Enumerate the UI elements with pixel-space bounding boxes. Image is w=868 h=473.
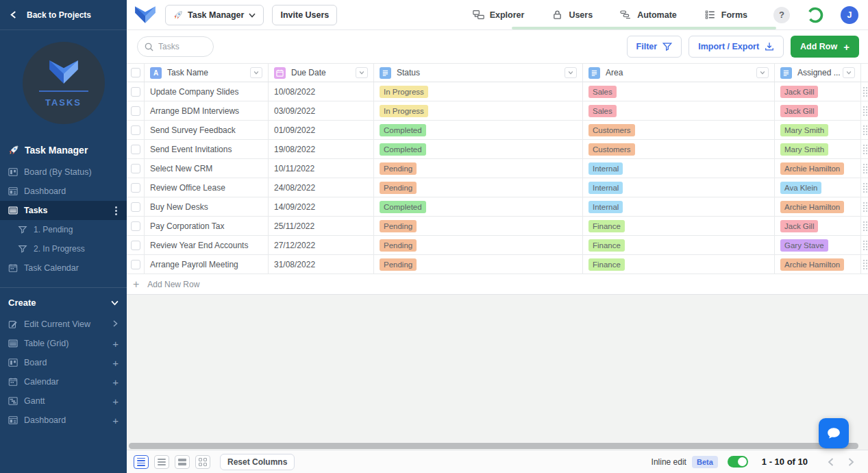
status-chip[interactable]: Completed xyxy=(380,201,426,213)
table-row[interactable]: Select New CRM 10/11/2022 Pending Intern… xyxy=(127,159,868,178)
help-button[interactable]: ? xyxy=(773,7,790,23)
area-cell[interactable]: Finance xyxy=(583,255,775,274)
area-cell[interactable]: Customers xyxy=(583,140,775,158)
area-chip[interactable]: Finance xyxy=(588,220,625,232)
status-cell[interactable]: In Progress xyxy=(374,82,583,101)
row-checkbox[interactable] xyxy=(131,145,140,154)
column-header-assigned[interactable]: Assigned ... xyxy=(775,64,861,82)
row-checkbox[interactable] xyxy=(131,164,140,173)
stack-switcher-button[interactable]: Task Manager xyxy=(165,5,264,25)
area-cell[interactable]: Finance xyxy=(583,217,775,235)
table-row[interactable]: Pay Corporation Tax 25/11/2022 Pending F… xyxy=(127,217,868,236)
table-row[interactable]: Review Office Lease 24/08/2022 Pending I… xyxy=(127,178,868,197)
assigned-cell[interactable]: Mary Smith xyxy=(775,140,861,158)
due-date-cell[interactable]: 10/08/2022 xyxy=(269,82,374,101)
assigned-cell[interactable]: Jack Gill xyxy=(775,101,861,120)
header-select-all[interactable] xyxy=(127,64,145,82)
nav-users[interactable]: Users xyxy=(551,10,593,20)
row-checkbox[interactable] xyxy=(131,260,140,269)
assigned-chip[interactable]: Jack Gill xyxy=(780,86,818,98)
status-chip[interactable]: Completed xyxy=(380,124,426,136)
assigned-chip[interactable]: Mary Smith xyxy=(780,143,828,156)
nav-forms[interactable]: Forms xyxy=(704,10,747,20)
row-height-tall-button[interactable] xyxy=(175,455,190,469)
status-cell[interactable]: In Progress xyxy=(374,101,583,120)
previous-page-button[interactable] xyxy=(823,454,838,470)
assigned-cell[interactable]: Jack Gill xyxy=(775,82,861,101)
assigned-cell[interactable]: Jack Gill xyxy=(775,217,861,235)
status-chip[interactable]: Pending xyxy=(380,220,417,232)
column-menu-button[interactable] xyxy=(756,67,769,78)
table-row[interactable]: Buy New Desks 14/09/2022 Completed Inter… xyxy=(127,197,868,217)
status-cell[interactable]: Completed xyxy=(374,197,583,216)
create-gantt[interactable]: Gantt + xyxy=(0,391,127,411)
sidebar-view-tasks[interactable]: Tasks xyxy=(0,201,127,220)
task-name-cell[interactable]: Review Year End Accounts xyxy=(145,236,269,254)
column-header-task-name[interactable]: A Task Name xyxy=(145,64,269,82)
table-row[interactable]: Send Survey Feedback 01/09/2022 Complete… xyxy=(127,121,868,140)
task-name-cell[interactable]: Pay Corporation Tax xyxy=(145,217,269,235)
onboarding-progress-ring[interactable] xyxy=(806,6,824,24)
area-chip[interactable]: Finance xyxy=(588,239,625,252)
inline-edit-toggle[interactable] xyxy=(728,456,748,468)
task-name-cell[interactable]: Update Company Slides xyxy=(145,82,269,101)
assigned-cell[interactable]: Archie Hamilton xyxy=(775,197,861,216)
task-name-cell[interactable]: Arrange Payroll Meeting xyxy=(145,255,269,274)
column-menu-button[interactable] xyxy=(356,67,368,78)
assigned-chip[interactable]: Jack Gill xyxy=(780,105,818,117)
assigned-chip[interactable]: Gary Stave xyxy=(780,239,828,252)
due-date-cell[interactable]: 24/08/2022 xyxy=(269,178,374,197)
back-to-projects-button[interactable]: Back to Projects xyxy=(0,0,127,30)
due-date-cell[interactable]: 19/08/2022 xyxy=(269,140,374,158)
due-date-cell[interactable]: 25/11/2022 xyxy=(269,217,374,235)
assigned-cell[interactable]: Archie Hamilton xyxy=(775,159,861,178)
table-row[interactable]: Review Year End Accounts 27/12/2022 Pend… xyxy=(127,236,868,255)
column-menu-button[interactable] xyxy=(250,67,262,78)
chat-support-button[interactable] xyxy=(819,418,849,448)
due-date-cell[interactable]: 31/08/2022 xyxy=(269,255,374,274)
row-height-short-button[interactable] xyxy=(134,455,149,469)
assigned-chip[interactable]: Archie Hamilton xyxy=(780,201,844,213)
create-section-header[interactable]: Create xyxy=(0,288,127,315)
task-name-cell[interactable]: Buy New Desks xyxy=(145,197,269,216)
sidebar-view-board-by-status[interactable]: Board (By Status) xyxy=(0,162,127,182)
status-cell[interactable]: Pending xyxy=(374,159,583,178)
plus-icon[interactable]: + xyxy=(112,338,119,350)
assigned-chip[interactable]: Mary Smith xyxy=(780,124,828,136)
column-header-due-date[interactable]: Due Date xyxy=(269,64,374,82)
table-row[interactable]: Update Company Slides 10/08/2022 In Prog… xyxy=(127,82,868,101)
area-chip[interactable]: Customers xyxy=(588,124,635,136)
status-chip[interactable]: Pending xyxy=(380,258,417,271)
assigned-cell[interactable]: Archie Hamilton xyxy=(775,255,861,274)
search-box[interactable] xyxy=(137,36,214,57)
task-name-cell[interactable]: Send Event Invitations xyxy=(145,140,269,158)
area-chip[interactable]: Internal xyxy=(588,201,623,213)
assigned-chip[interactable]: Ava Klein xyxy=(780,182,821,194)
assigned-cell[interactable]: Mary Smith xyxy=(775,121,861,139)
column-menu-button[interactable] xyxy=(565,67,577,78)
invite-users-button[interactable]: Invite Users xyxy=(272,5,337,25)
sidebar-view-task-calendar[interactable]: Task Calendar xyxy=(0,258,127,278)
scrollbar-thumb[interactable] xyxy=(129,443,858,449)
column-header-status[interactable]: Status xyxy=(374,64,583,82)
due-date-cell[interactable]: 14/09/2022 xyxy=(269,197,374,216)
table-row[interactable]: Send Event Invitations 19/08/2022 Comple… xyxy=(127,140,868,159)
assigned-chip[interactable]: Jack Gill xyxy=(780,220,818,232)
row-checkbox[interactable] xyxy=(131,183,140,193)
plus-icon[interactable]: + xyxy=(112,376,119,388)
area-chip[interactable]: Internal xyxy=(588,162,623,175)
plus-icon[interactable]: + xyxy=(112,357,119,369)
area-chip[interactable]: Finance xyxy=(588,258,625,271)
due-date-cell[interactable]: 27/12/2022 xyxy=(269,236,374,254)
due-date-cell[interactable]: 10/11/2022 xyxy=(269,159,374,178)
nav-automate[interactable]: Automate xyxy=(620,10,677,20)
task-name-cell[interactable]: Review Office Lease xyxy=(145,178,269,197)
add-new-row-button[interactable]: + Add New Row xyxy=(127,274,868,295)
row-checkbox[interactable] xyxy=(131,241,140,250)
status-cell[interactable]: Completed xyxy=(374,140,583,158)
plus-icon[interactable]: + xyxy=(112,396,119,407)
area-cell[interactable]: Sales xyxy=(583,101,775,120)
add-row-button[interactable]: Add Row + xyxy=(791,36,859,58)
assigned-chip[interactable]: Archie Hamilton xyxy=(780,162,844,175)
sidebar-view-pending[interactable]: 1. Pending xyxy=(0,220,127,239)
